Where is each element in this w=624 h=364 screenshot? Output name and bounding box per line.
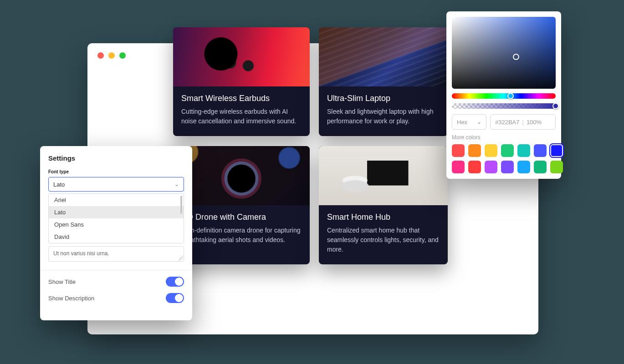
color-swatch[interactable] [452,161,465,173]
product-card-body: Ultra-Slim Laptop Sleek and lightweight … [319,86,448,136]
product-image [319,146,448,205]
window-traffic-lights [97,52,126,59]
font-option-open-sans[interactable]: Open Sans [49,218,184,231]
show-description-row: Show Description [48,293,184,303]
separator: | [522,119,524,126]
color-value-row: Hex ⌄ #322BA7 | 100% [452,114,556,130]
chevron-down-icon: ⌄ [477,119,481,125]
font-type-select[interactable]: Lato ⌄ [48,177,184,192]
color-gradient-area[interactable] [452,17,556,89]
product-title: Ultra-Slim Laptop [327,94,440,103]
alpha-value: 100% [527,119,542,126]
gradient-cursor-icon[interactable] [513,54,519,60]
product-title: Smart Wireless Earbuds [181,94,302,103]
color-swatch[interactable] [452,144,465,157]
product-description: Centralized smart home hub that seamless… [327,226,440,254]
dropdown-scrollbar[interactable] [180,196,182,214]
color-swatch[interactable] [534,144,547,157]
product-cards-grid: Smart Wireless Earbuds Cutting-edge wire… [173,27,448,264]
color-format-select[interactable]: Hex ⌄ [452,114,486,130]
product-title: Smart Home Hub [327,212,440,222]
product-card-body: Smart Home Hub Centralized smart home hu… [319,205,448,264]
color-value-input[interactable]: #322BA7 | 100% [490,114,556,130]
color-picker-panel: Hex ⌄ #322BA7 | 100% More colors [446,11,561,179]
color-swatch[interactable] [485,144,497,157]
resize-handle-icon[interactable] [178,256,183,260]
color-swatch[interactable] [501,144,514,157]
color-swatch[interactable] [550,161,563,173]
alpha-slider-thumb-icon[interactable] [552,103,559,109]
show-title-row: Show Title [48,277,184,287]
color-format-value: Hex [457,119,467,126]
font-option-david[interactable]: David [49,231,184,243]
product-title: HD Drone with Camera [181,212,302,222]
product-description: Cutting-edge wireless earbuds with AI no… [181,107,302,126]
product-card-body: Smart Wireless Earbuds Cutting-edge wire… [173,86,310,136]
settings-panel: Settings Font type Lato ⌄ Ariel Lato Ope… [40,146,192,320]
show-description-toggle[interactable] [166,293,184,303]
color-swatch[interactable] [501,161,514,173]
product-description: High-definition camera drone for capturi… [181,226,302,245]
product-description: Sleek and lightweight laptop with high p… [327,107,440,126]
show-title-toggle[interactable] [166,277,184,287]
font-type-selected-value: Lato [53,181,65,188]
color-swatches [452,144,556,173]
color-swatch[interactable] [517,161,530,173]
product-image [173,27,310,86]
hue-slider[interactable] [452,93,556,99]
color-swatch[interactable] [485,161,497,173]
show-description-label: Show Description [48,295,94,302]
chevron-down-icon: ⌄ [174,181,179,187]
hue-slider-thumb-icon[interactable] [507,93,514,99]
product-card-drone[interactable]: HD Drone with Camera High-definition cam… [173,146,310,264]
minimize-icon[interactable] [108,52,115,59]
alpha-slider[interactable] [452,103,556,109]
product-image [319,27,448,86]
settings-title: Settings [48,154,184,162]
color-swatch[interactable] [534,161,547,173]
font-option-lato[interactable]: Lato [49,206,184,218]
show-title-label: Show Title [48,278,76,285]
textarea-value: Ut non varius nisi urna. [53,250,109,257]
product-image [173,146,310,205]
description-textarea[interactable]: Ut non varius nisi urna. [48,246,184,262]
font-type-label: Font type [48,169,184,174]
product-card-body: HD Drone with Camera High-definition cam… [173,205,310,255]
product-card-earbuds[interactable]: Smart Wireless Earbuds Cutting-edge wire… [173,27,310,136]
hex-value: #322BA7 [495,119,520,126]
more-colors-label: More colors [452,134,556,141]
maximize-icon[interactable] [119,52,126,59]
font-type-dropdown: Ariel Lato Open Sans David [48,193,184,243]
product-card-hub[interactable]: Smart Home Hub Centralized smart home hu… [319,146,448,264]
close-icon[interactable] [97,52,104,59]
color-swatch[interactable] [468,161,481,173]
divider [40,270,192,270]
color-swatch[interactable] [550,144,563,157]
font-option-ariel[interactable]: Ariel [49,194,184,206]
color-swatch[interactable] [468,144,481,157]
color-swatch[interactable] [517,144,530,157]
product-card-laptop[interactable]: Ultra-Slim Laptop Sleek and lightweight … [319,27,448,136]
